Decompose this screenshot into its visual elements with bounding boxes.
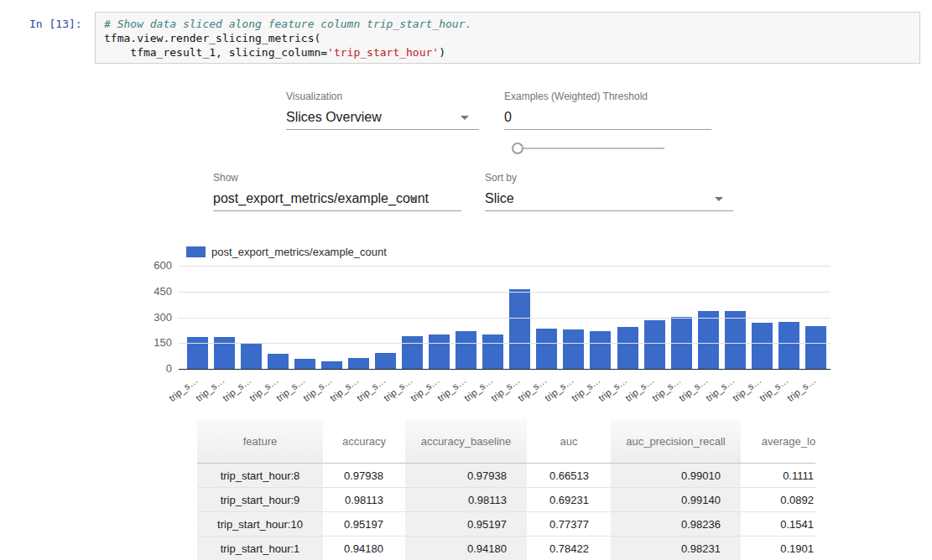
metric-cell: 0.97938 (325, 464, 405, 487)
threshold-label: Examples (Weighted) Threshold (504, 91, 711, 102)
table-row: trip_start_hour:90.981130.981130.692310.… (197, 488, 815, 512)
bar[interactable] (509, 289, 530, 369)
metric-cell: 0.98113 (405, 488, 528, 511)
table-row: trip_start_hour:100.951970.951970.773770… (197, 512, 815, 537)
feature-cell: trip_start_hour:1 (197, 537, 325, 560)
code-line-2: tfma.view.render_slicing_metrics( (104, 31, 911, 45)
y-axis-label: 600 (126, 259, 172, 272)
metric-cell: 0.0892 (742, 488, 815, 511)
bar[interactable] (321, 361, 342, 369)
code-line-3-post: ) (439, 46, 445, 59)
input-prompt: In [13]: (29, 17, 82, 31)
bar[interactable] (725, 311, 746, 369)
show-underline (213, 210, 461, 211)
metric-cell: 0.66513 (528, 464, 611, 487)
gridline (179, 318, 830, 319)
sort-by-underline (485, 210, 733, 211)
column-header-accuracy: accuracy (325, 419, 405, 463)
chevron-down-icon (715, 197, 723, 201)
bar[interactable] (214, 337, 235, 369)
y-axis-label: 300 (126, 311, 172, 324)
metric-cell: 0.1541 (742, 512, 815, 536)
bar[interactable] (241, 344, 262, 369)
bar[interactable] (644, 320, 665, 369)
slider-track[interactable] (517, 148, 664, 149)
gridline (179, 292, 830, 293)
metric-cell: 0.99010 (611, 464, 742, 487)
visualization-underline (286, 129, 479, 130)
table-row: trip_start_hour:10.941800.941800.784220.… (197, 537, 815, 560)
visualization-value: Slices Overview (286, 109, 479, 126)
bar[interactable] (187, 337, 208, 369)
sort-by-value: Slice (485, 190, 733, 207)
visualization-dropdown[interactable]: Visualization Slices Overview (286, 91, 479, 130)
metric-cell: 0.78422 (528, 537, 611, 560)
metric-cell: 0.94180 (405, 537, 528, 560)
show-value: post_export_metrics/example_count (213, 190, 461, 207)
legend-swatch (186, 246, 206, 257)
show-dropdown[interactable]: Show post_export_metrics/example_count (213, 172, 461, 211)
y-axis-label: 150 (126, 336, 172, 350)
bar[interactable] (375, 353, 396, 369)
bar[interactable] (590, 331, 611, 369)
bar[interactable] (294, 359, 315, 369)
table-body: trip_start_hour:80.979380.979380.665130.… (197, 464, 815, 560)
bar[interactable] (348, 358, 369, 369)
slices-bar-chart: post_export_metrics/example_count 600450… (0, 239, 889, 407)
threshold-slider[interactable] (512, 143, 664, 154)
column-header-feature: feature (197, 419, 325, 463)
bar[interactable] (482, 334, 503, 369)
slider-handle[interactable] (512, 143, 523, 154)
bar[interactable] (268, 354, 289, 369)
metric-cell: 0.1111 (742, 464, 815, 487)
column-header-average_loss: average_loss (742, 419, 815, 463)
chevron-down-icon (409, 197, 418, 201)
feature-cell: trip_start_hour:8 (197, 464, 325, 487)
bar[interactable] (429, 334, 450, 369)
column-header-accuracy_baseline: accuracy_baseline (405, 419, 528, 463)
column-header-auc: auc (528, 419, 611, 463)
visualization-label: Visualization (286, 91, 479, 102)
chevron-down-icon (461, 116, 469, 120)
threshold-field[interactable]: Examples (Weighted) Threshold (504, 91, 711, 130)
bar[interactable] (752, 323, 773, 369)
metric-cell: 0.98236 (611, 512, 742, 536)
code-string-literal: 'trip_start_hour' (327, 46, 439, 59)
legend-label: post_export_metrics/example_count (211, 246, 387, 258)
bar[interactable] (563, 329, 584, 369)
metric-cell: 0.95197 (325, 512, 405, 536)
metric-cell: 0.77377 (528, 512, 611, 536)
threshold-input[interactable] (504, 109, 711, 126)
bar[interactable] (698, 311, 719, 369)
y-axis-label: 450 (126, 285, 172, 298)
threshold-underline (504, 129, 711, 130)
gridline (179, 266, 830, 267)
metrics-table: featureaccuracyaccuracy_baselineaucauc_p… (197, 419, 815, 560)
feature-cell: trip_start_hour:9 (197, 488, 325, 511)
sort-by-label: Sort by (485, 172, 733, 184)
code-comment: # Show data sliced along feature column … (104, 17, 911, 31)
bar[interactable] (617, 327, 638, 369)
metric-cell: 0.98113 (325, 488, 405, 511)
table-row: trip_start_hour:80.979380.979380.665130.… (197, 464, 815, 488)
code-cell[interactable]: # Show data sliced along feature column … (95, 12, 920, 64)
metric-cell: 0.69231 (528, 488, 611, 511)
code-line-3: tfma_result_1, slicing_column='trip_star… (104, 45, 911, 60)
column-header-auc_precision_recall: auc_precision_recall (611, 419, 742, 463)
code-line-3-pre: tfma_result_1, slicing_column= (104, 46, 327, 59)
show-label: Show (213, 172, 461, 184)
metric-cell: 0.95197 (405, 512, 528, 536)
bar[interactable] (456, 331, 476, 370)
metric-cell: 0.97938 (405, 464, 528, 487)
feature-cell: trip_start_hour:10 (197, 512, 325, 536)
table-header: featureaccuracyaccuracy_baselineaucauc_p… (197, 419, 815, 464)
bar[interactable] (805, 326, 826, 369)
gridline (179, 343, 830, 344)
sort-by-dropdown[interactable]: Sort by Slice (485, 172, 733, 211)
bar[interactable] (536, 329, 557, 369)
metric-cell: 0.98231 (611, 537, 742, 560)
y-axis-label: 0 (126, 362, 172, 376)
bar[interactable] (402, 336, 423, 369)
bar[interactable] (778, 322, 799, 369)
metric-cell: 0.99140 (611, 488, 742, 511)
